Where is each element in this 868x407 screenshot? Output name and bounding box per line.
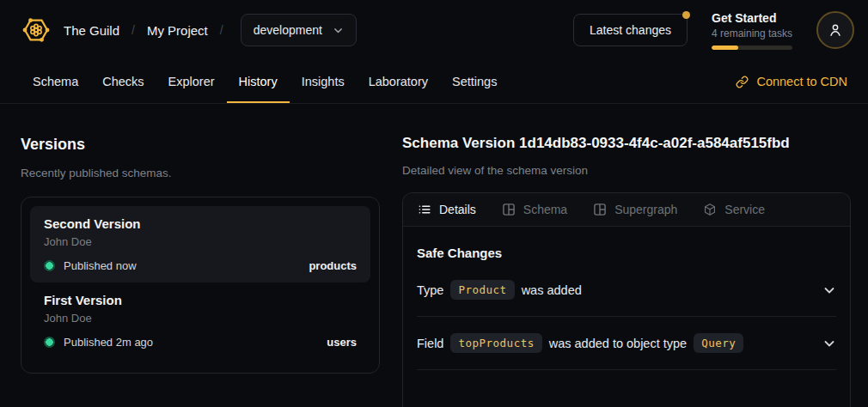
nav-tabs: Schema Checks Explorer History Insights …: [21, 60, 509, 103]
tab-settings[interactable]: Settings: [440, 60, 509, 103]
change-text-segment: was added to object type: [549, 337, 687, 350]
change-text-segment: was added: [522, 283, 582, 297]
version-service-name: products: [309, 259, 357, 272]
version-detail-subtitle: Detailed view of the schema version: [402, 164, 851, 177]
version-service-name: users: [327, 336, 357, 349]
published-status-dot: [44, 260, 55, 271]
detail-tab-supergraph[interactable]: Supergraph: [593, 203, 677, 216]
version-detail-panel: Schema Version 1d14db83-0933-4f4c-a02f-a…: [402, 123, 851, 407]
version-list-item[interactable]: Second Version John Doe Published now pr…: [30, 206, 370, 282]
version-list-item[interactable]: First Version John Doe Published 2m ago …: [30, 282, 370, 359]
version-status: Published 2m ago: [64, 336, 153, 349]
get-started-title: Get Started: [712, 11, 792, 25]
chevron-down-icon[interactable]: [822, 337, 836, 350]
latest-changes-label: Latest changes: [590, 23, 671, 37]
main-content: Versions Recently published schemas. Sec…: [0, 104, 868, 407]
change-text-segment: Type: [417, 283, 443, 297]
layout-icon: [593, 203, 607, 216]
breadcrumb-project[interactable]: My Project: [147, 23, 208, 38]
breadcrumb-separator: /: [220, 23, 223, 37]
versions-subtitle: Recently published schemas.: [21, 167, 380, 179]
detail-tabs: Details Schema Supergraph Service: [403, 193, 850, 227]
cube-icon: [703, 203, 717, 216]
latest-changes-button[interactable]: Latest changes: [573, 14, 688, 46]
get-started-progress-fill: [712, 46, 738, 50]
breadcrumb: The Guild / My Project / development: [21, 14, 357, 46]
tab-history[interactable]: History: [227, 60, 290, 103]
environment-select[interactable]: development: [241, 14, 357, 46]
change-description: FieldtopProductswas added to object type…: [417, 333, 750, 353]
code-badge: Query: [694, 333, 743, 353]
get-started-widget[interactable]: Get Started 4 remaining tasks: [712, 11, 792, 50]
version-title: Second Version: [44, 216, 357, 231]
version-title: First Version: [44, 293, 357, 307]
get-started-progress: [712, 46, 792, 50]
connect-to-cdn-link[interactable]: Connect to CDN: [736, 75, 847, 88]
version-detail-box: Details Schema Supergraph Service Safe C…: [402, 192, 851, 407]
main-nav: Schema Checks Explorer History Insights …: [0, 60, 868, 104]
cdn-link-label: Connect to CDN: [756, 75, 847, 88]
change-row[interactable]: TypeProductwas added: [417, 264, 836, 317]
list-icon: [418, 203, 431, 216]
change-description: TypeProductwas added: [417, 280, 582, 300]
breadcrumb-separator: /: [131, 23, 135, 37]
get-started-subtitle: 4 remaining tasks: [712, 27, 792, 39]
tab-schema[interactable]: Schema: [21, 60, 90, 103]
app-header: The Guild / My Project / development Lat…: [0, 0, 868, 60]
breadcrumb-org[interactable]: The Guild: [64, 23, 119, 38]
change-row[interactable]: FieldtopProductswas added to object type…: [417, 317, 836, 370]
version-detail-title: Schema Version 1d14db83-0933-4f4c-a02f-a…: [402, 135, 851, 152]
version-author: John Doe: [44, 235, 357, 248]
detail-content: Safe Changes TypeProductwas added Fieldt…: [403, 227, 850, 370]
detail-tab-schema[interactable]: Schema: [502, 203, 567, 216]
chevron-down-icon: [333, 25, 344, 36]
hive-logo-icon[interactable]: [21, 15, 52, 46]
header-right: Latest changes Get Started 4 remaining t…: [573, 11, 854, 50]
version-status: Published now: [64, 259, 137, 272]
safe-changes-title: Safe Changes: [417, 246, 836, 260]
tab-insights[interactable]: Insights: [290, 60, 357, 103]
version-author: John Doe: [44, 312, 357, 325]
detail-tab-service[interactable]: Service: [703, 203, 765, 216]
versions-list: Second Version John Doe Published now pr…: [21, 197, 380, 374]
layout-icon: [502, 203, 516, 216]
person-icon: [827, 21, 844, 39]
link-icon: [736, 76, 749, 88]
notification-dot: [682, 11, 690, 19]
environment-select-value: development: [254, 23, 322, 37]
published-status-dot: [44, 337, 55, 348]
versions-title: Versions: [21, 136, 380, 154]
change-text-segment: Field: [417, 337, 443, 350]
tab-explorer[interactable]: Explorer: [156, 60, 227, 103]
detail-tab-details[interactable]: Details: [418, 203, 476, 216]
changes-list: TypeProductwas added FieldtopProductswas…: [417, 264, 836, 370]
chevron-down-icon[interactable]: [822, 283, 836, 297]
user-avatar-button[interactable]: [816, 11, 854, 49]
tab-laboratory[interactable]: Laboratory: [357, 60, 440, 103]
tab-checks[interactable]: Checks: [90, 60, 156, 103]
code-badge: Product: [450, 280, 514, 300]
code-badge: topProducts: [450, 333, 541, 353]
versions-panel: Versions Recently published schemas. Sec…: [21, 123, 380, 407]
